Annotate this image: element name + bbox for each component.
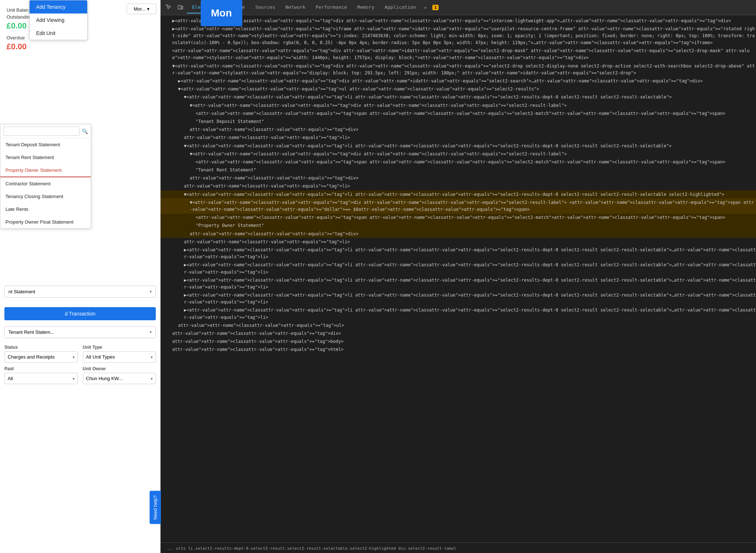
left-panel: Unit Balan... Outstandin... £0.00 Overdu… — [0, 0, 161, 553]
device-toolbar-button[interactable] — [175, 3, 185, 13]
search-input[interactable] — [3, 127, 80, 136]
search-wrap: 🔍 — [0, 124, 91, 138]
unit-balance-label: Unit Balan... — [7, 7, 32, 13]
devtools-line[interactable]: attr-value">attr-name">classattr-value">… — [161, 346, 756, 354]
devtools-line[interactable]: ▶<attr-value">attr-name">classattr-value… — [161, 306, 756, 321]
more-button[interactable]: Mor... ▾ — [127, 4, 157, 14]
dropdown-option-property-float[interactable]: Property Owner Float Statement — [0, 216, 91, 228]
devtools-line[interactable]: ▼<attr-value">attr-name">classattr-value… — [161, 101, 756, 109]
devtools-line[interactable]: attr-value">attr-name">classattr-value">… — [161, 330, 756, 338]
more-tabs-button[interactable]: » — [423, 2, 428, 13]
devtools-line[interactable]: "Tenant Deposit Statement" — [161, 117, 756, 125]
amount2: £0.00 — [7, 42, 27, 51]
devtools-line[interactable]: ▼<attr-value">attr-name">classattr-value… — [161, 190, 756, 198]
devtools-breadcrumb: ults li.select2-results-dept-0.select2-r… — [176, 546, 456, 551]
dropdown-option-tenant-deposit[interactable]: Tenant Deposit Statement — [0, 138, 91, 151]
devtools-line[interactable]: ▶<attr-value">attr-name">classattr-value… — [161, 261, 756, 276]
filters-area: Status Charges and Receipts Unit Type Al… — [0, 345, 160, 388]
paid-label: Paid — [4, 366, 78, 371]
svg-rect-0 — [178, 5, 181, 9]
devtools-tab-sources[interactable]: Sources — [250, 1, 280, 13]
dropdown-option-tenant-rent[interactable]: Tenant Rent Statement — [0, 151, 91, 164]
status-label: Status — [4, 345, 78, 350]
chevron-down-icon: ▾ — [147, 6, 150, 12]
devtools-footer: ... ults li.select2-results-dept-0.selec… — [161, 542, 756, 553]
inspect-element-button[interactable] — [163, 3, 174, 13]
dropdown-menu: Add Tenancy Add Viewing Edit Unit — [29, 0, 88, 40]
devtools-tab-performance[interactable]: Performance — [310, 1, 352, 13]
mon-badge: Mon — [201, 0, 242, 26]
paid-select[interactable]: All — [4, 373, 78, 384]
devtools-panel: ElementsConsoleSourcesNetworkPerformance… — [161, 0, 756, 553]
unit-owner-select[interactable]: Chun Hung KW... — [83, 373, 156, 384]
dropdown-option-property-owner[interactable]: Property Owner Statement — [0, 164, 91, 177]
chevron-down-icon: ▾ — [150, 289, 152, 294]
devtools-line[interactable]: ▶<attr-value">attr-name">classattr-value… — [161, 25, 756, 47]
devtools-line[interactable]: <attr-value">attr-name">classattr-value"… — [161, 158, 756, 166]
devtools-line[interactable]: <attr-value">attr-name">classattr-value"… — [161, 214, 756, 222]
devtools-line[interactable]: ▼<attr-value">attr-name">classattr-value… — [161, 93, 756, 101]
add-transaction-button[interactable]: d Transaction — [4, 307, 156, 320]
unit-owner-label: Unit Owner — [83, 366, 156, 371]
unit-type-select[interactable]: All Unit Types — [83, 351, 156, 363]
devtools-elements-content: ▶<attr-value">attr-name">classattr-value… — [161, 15, 756, 542]
devtools-line[interactable]: attr-value">attr-name">classattr-value">… — [161, 126, 756, 134]
devtools-line[interactable]: attr-value">attr-name">classattr-value">… — [161, 182, 756, 190]
add-viewing-item[interactable]: Add Viewing — [30, 13, 87, 27]
devtools-line[interactable]: "Tenant Rent Statement" — [161, 166, 756, 174]
devtools-tab-network[interactable]: Network — [280, 1, 310, 13]
devtools-line[interactable]: ▶<attr-value">attr-name">classattr-value… — [161, 276, 756, 291]
devtools-line[interactable]: attr-value">attr-name">classattr-value">… — [161, 174, 756, 182]
devtools-toolbar: ElementsConsoleSourcesNetworkPerformance… — [161, 0, 756, 15]
devtools-line[interactable]: ▶<attr-value">attr-name">classattr-value… — [161, 291, 756, 306]
devtools-line[interactable]: attr-value">attr-name">classattr-value">… — [161, 230, 756, 238]
devtools-line[interactable]: ▼<attr-value">attr-name">classattr-value… — [161, 85, 756, 93]
devtools-line[interactable]: ▶<attr-value">attr-name">classattr-value… — [161, 17, 756, 25]
devtools-line[interactable]: ▼<attr-value">attr-name">classattr-value… — [161, 150, 756, 158]
devtools-tab-memory[interactable]: Memory — [352, 1, 379, 13]
need-help-button[interactable]: Need help? — [150, 491, 161, 524]
devtools-line[interactable]: attr-value">attr-name">classattr-value">… — [161, 321, 756, 329]
selected-statement-display[interactable]: Tenant Rent Statem... ▾ — [4, 326, 156, 338]
devtools-line[interactable]: ▼<attr-value">attr-name">classattr-value… — [161, 198, 756, 213]
devtools-tab-application[interactable]: Application — [379, 1, 421, 13]
devtools-line[interactable]: <attr-value">attr-name">classattr-value"… — [161, 47, 756, 62]
add-tenancy-item[interactable]: Add Tenancy — [30, 0, 87, 13]
edit-unit-item[interactable]: Edit Unit — [30, 27, 87, 40]
devtools-line[interactable]: "Property Owner Statement" — [161, 222, 756, 230]
svg-rect-1 — [181, 6, 183, 9]
devtools-line[interactable]: attr-value">attr-name">classattr-value">… — [161, 238, 756, 246]
dropdown-option-contractor[interactable]: Contractor Statement — [0, 177, 91, 190]
devtools-line[interactable]: <attr-value">attr-name">classattr-value"… — [161, 109, 756, 117]
devtools-line[interactable]: ▼<attr-value">attr-name">classattr-value… — [161, 142, 756, 150]
devtools-line[interactable]: ▶<attr-value">attr-name">classattr-value… — [161, 77, 756, 85]
search-icon: 🔍 — [82, 128, 88, 134]
devtools-line[interactable]: ▶<attr-value">attr-name">classattr-value… — [161, 246, 756, 261]
chevron-down-icon: ▾ — [150, 330, 152, 334]
amount1: £0.00 — [7, 21, 27, 31]
search-dropdown: 🔍 Tenant Deposit Statement Tenant Rent S… — [0, 124, 91, 229]
devtools-line[interactable]: attr-value">attr-name">classattr-value">… — [161, 338, 756, 346]
statement-select[interactable]: nt Statement ▾ — [4, 286, 156, 298]
dropdown-option-late-rents[interactable]: Late Rents — [0, 203, 91, 216]
dropdown-option-tenancy-closing[interactable]: Tenancy Closing Statement — [0, 190, 91, 203]
unit-type-label: Unit Type — [83, 345, 156, 350]
devtools-line[interactable]: attr-value">attr-name">classattr-value">… — [161, 134, 756, 142]
devtools-line[interactable]: ▼<attr-value">attr-name">classattr-value… — [161, 62, 756, 77]
breadcrumb-ellipsis[interactable]: ... — [165, 544, 174, 552]
overdue-label: Overdue — [7, 35, 25, 40]
status-select[interactable]: Charges and Receipts — [4, 351, 78, 363]
warning-badge: 1 — [432, 5, 439, 10]
